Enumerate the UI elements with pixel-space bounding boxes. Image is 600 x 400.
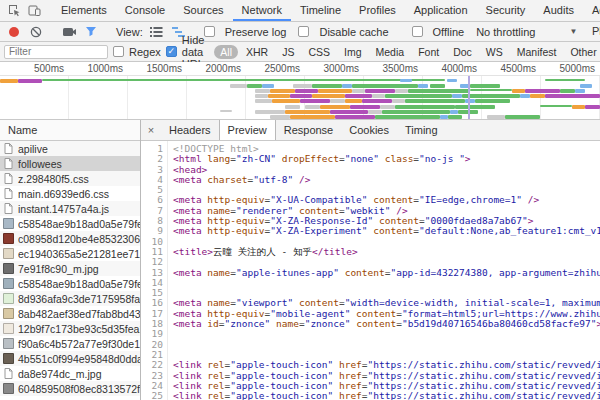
filter-bar: Regex ✓ Hide data URLs AllXHRJSCSSImgMed… (0, 42, 600, 62)
request-row[interactable]: c58548ae9b18ad0a5e79fe4e… (0, 216, 140, 231)
offline-label[interactable]: Offline (433, 26, 465, 38)
request-name: c58548ae9b18ad0a5e79fe4e… (18, 278, 140, 290)
waterfall-bar (345, 94, 372, 98)
detail-tab-cookies[interactable]: Cookies (341, 120, 397, 140)
request-row[interactable]: instant.14757a4a.js (0, 201, 140, 216)
waterfall-bar (0, 79, 18, 83)
detail-tab-timing[interactable]: Timing (397, 120, 446, 140)
waterfall-bar (408, 89, 470, 93)
filter-type-doc[interactable]: Doc (447, 45, 478, 59)
disable-cache-label[interactable]: Disable cache (319, 26, 388, 38)
tab-security[interactable]: Security (477, 0, 535, 21)
filter-type-manifest[interactable]: Manifest (511, 45, 563, 59)
waterfall-bar (475, 99, 510, 103)
filter-type-all[interactable]: All (214, 45, 238, 59)
tab-sources[interactable]: Sources (174, 0, 232, 21)
regex-checkbox[interactable] (113, 46, 124, 57)
preview-code-area: 1234567891011121314151617181920212223242… (141, 141, 600, 400)
document-icon (3, 173, 14, 184)
chevron-down-icon[interactable]: ▼ (569, 27, 577, 36)
filter-type-other[interactable]: Other (564, 45, 600, 59)
document-icon (3, 203, 14, 214)
request-row[interactable]: main.d6939ed6.css (0, 186, 140, 201)
network-main-split: Name apilivefolloweesz.298480f5.cssmain.… (0, 120, 600, 400)
filter-type-img[interactable]: Img (338, 45, 368, 59)
detail-tab-preview[interactable]: Preview (219, 120, 276, 140)
image-thumbnail-icon (3, 263, 14, 274)
image-thumbnail-icon (3, 248, 14, 259)
ruler-tick-label: 1000ms (69, 63, 123, 74)
name-column-header[interactable]: Name (0, 120, 140, 141)
image-thumbnail-icon (3, 353, 14, 364)
disable-cache-checkbox[interactable] (298, 26, 309, 37)
tab-timeline[interactable]: Timeline (291, 0, 350, 21)
code-line (173, 340, 600, 350)
filmstrip-capture-icon[interactable] (61, 24, 77, 40)
waterfall-bar (220, 110, 232, 112)
filter-type-media[interactable]: Media (370, 45, 411, 59)
gridline (186, 76, 187, 119)
request-row[interactable]: 4b551c0f994e95848d0dda09… (0, 351, 140, 366)
preserve-log-label[interactable]: Preserve log (225, 26, 287, 38)
waterfall-bar (580, 84, 592, 88)
view-list-icon[interactable] (149, 24, 165, 40)
tab-elements[interactable]: Elements (52, 0, 116, 21)
ruler-tick-label: 2000ms (187, 63, 241, 74)
clear-button[interactable] (28, 24, 44, 40)
waterfall-bar (330, 99, 345, 103)
request-row[interactable]: z.298480f5.css (0, 171, 140, 186)
offline-checkbox[interactable] (412, 26, 423, 37)
request-name: main.d6939ed6.css (18, 188, 109, 200)
waterfall-bar (230, 84, 247, 88)
tab-network[interactable]: Network (233, 0, 291, 21)
document-icon (3, 368, 14, 379)
request-row[interactable]: 8d936afa9c3de7175958fae5… (0, 291, 140, 306)
tab-profiles[interactable]: Profiles (350, 0, 405, 21)
request-row[interactable]: ec1940365a5e21281ee71856… (0, 246, 140, 261)
filter-type-js[interactable]: JS (276, 45, 300, 59)
tab-adblock-plus[interactable]: Adblock Plus (583, 0, 600, 21)
request-row[interactable]: 7e91f8c90_m.jpg (0, 261, 140, 276)
filter-funnel-icon[interactable] (83, 24, 99, 40)
request-name: da8e974dc_m.jpg (18, 368, 101, 380)
request-row[interactable]: apilive (0, 141, 140, 156)
waterfall-bar (385, 94, 452, 98)
document-icon (3, 158, 14, 169)
timeline-ruler: 500ms1000ms1500ms2000ms2500ms3000ms3500m… (0, 62, 600, 76)
waterfall-bar (272, 99, 300, 103)
filter-type-css[interactable]: CSS (302, 45, 336, 59)
detail-tab-headers[interactable]: Headers (161, 120, 219, 140)
request-row[interactable]: 8ab482aef38ed7fab8bd4314… (0, 306, 140, 321)
request-row[interactable]: c58548ae9b18ad0a5e79fe4e… (0, 276, 140, 291)
hide-data-urls-checkbox[interactable]: ✓ (166, 46, 177, 57)
device-toolbar-icon[interactable] (24, 3, 44, 19)
waterfall-bar (300, 99, 330, 103)
request-name: instant.14757a4a.js (18, 203, 109, 215)
filter-type-xhr[interactable]: XHR (240, 45, 274, 59)
waterfall-bar (575, 89, 585, 93)
waterfall-bar (285, 105, 300, 109)
request-name: 7e91f8c90_m.jpg (18, 263, 99, 275)
html-source-view[interactable]: <!DOCTYPE html><html lang="zh-CN" dropEf… (168, 141, 600, 400)
waterfall-overview[interactable] (0, 76, 600, 120)
waterfall-bar (262, 84, 274, 88)
detail-tab-response[interactable]: Response (276, 120, 342, 140)
throttling-select[interactable]: No throttling (476, 26, 535, 38)
filter-input[interactable] (4, 45, 108, 59)
request-row[interactable]: 604859508f08ec8313572f0e7 (0, 381, 140, 396)
regex-label[interactable]: Regex (129, 46, 161, 58)
record-button[interactable] (6, 24, 22, 40)
request-row[interactable]: 12b9f7c173be93c5d35fea2d… (0, 321, 140, 336)
request-row[interactable]: c08958d120be4e853230649… (0, 231, 140, 246)
filter-type-font[interactable]: Font (412, 45, 445, 59)
filter-type-ws[interactable]: WS (480, 45, 509, 59)
request-row[interactable]: followees (0, 156, 140, 171)
tab-application[interactable]: Application (405, 0, 477, 21)
request-name: 4b551c0f994e95848d0dda09… (18, 353, 140, 365)
request-row[interactable]: f90a6c4b572a77e9f30de153… (0, 336, 140, 351)
close-icon[interactable]: × (141, 120, 161, 140)
inspect-element-icon[interactable] (4, 3, 24, 19)
request-row[interactable]: da8e974dc_m.jpg (0, 366, 140, 381)
tab-audits[interactable]: Audits (534, 0, 583, 21)
tab-console[interactable]: Console (116, 0, 174, 21)
